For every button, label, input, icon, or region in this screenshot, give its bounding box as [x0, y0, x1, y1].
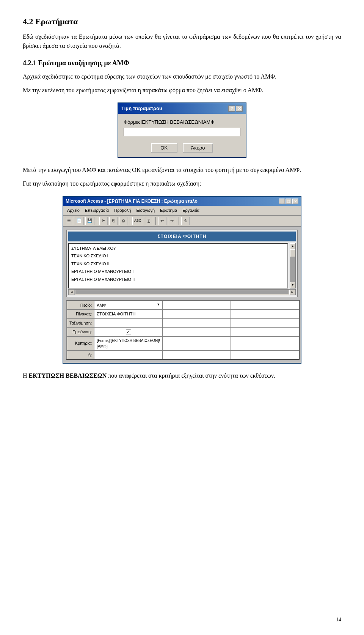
page-number: 14 [336, 616, 341, 624]
scroll-up-btn[interactable]: ▲ [290, 243, 295, 249]
menu-provoli[interactable]: Προβολή [112, 206, 133, 214]
access-body: ΣΤΟΙΧΕΙΑ ΦΟΙΤΗΤΗ ΣΥΣΤΗΜΑΤΑ ΕΛΕΓΧΟΥ ΤΕΧΝΙ… [63, 227, 301, 363]
menu-eisagogi[interactable]: Εισαγωγή [134, 206, 157, 214]
grid-cell-pedio-3[interactable] [231, 301, 299, 310]
dialog-ok-button[interactable]: ΟΚ [151, 143, 177, 153]
query-grid: Πεδίο: ΑΜΦ ▼ Πίνακας: ΣΤΟΙΧΕΙΑ ΦΟΙΤΗΤΗ Τ… [66, 300, 300, 360]
query-listbox[interactable]: ΣΥΣΤΗΜΑΤΑ ΕΛΕΓΧΟΥ ΤΕΧΝΙΚΟ ΣΧΕΔΙΟ Ι ΤΕΧΝΙ… [68, 243, 288, 288]
grid-header-emfanisi: Εμφάνιση: [67, 328, 94, 337]
dialog-titlebar-buttons: ? ✕ [228, 106, 243, 112]
final-paragraph: Η ΕΚΤΥΠΩΣΗ ΒΕΒΑΙΩΣΕΩΝ που αναφέρεται στα… [23, 371, 341, 380]
access-wrapper: Microsoft Access - [ΕΡΩΤΗΜΑ ΓΙΑ ΕΚΘΕΣΗ :… [23, 196, 341, 364]
dialog-input[interactable] [124, 128, 240, 136]
grid-header-pinakas: Πίνακας: [67, 310, 94, 319]
toolbar-btn-4[interactable]: ✂ [99, 217, 108, 225]
toolbar-sep-3 [155, 217, 156, 225]
section-heading: 4.2.1 Ερώτημα αναζήτησης με ΑΜΦ [23, 58, 341, 68]
query-section-title: ΣΤΟΙΧΕΙΑ ΦΟΙΤΗΤΗ [68, 232, 296, 241]
list-item[interactable]: ΕΡΓΑΣΤΗΡΙΟ ΜΗΧΑΝΟΥΡΓΕΙΟ Ι [70, 268, 287, 276]
scroll-down-btn[interactable]: ▼ [290, 282, 295, 288]
access-minimize-btn[interactable]: _ [279, 199, 285, 204]
dialog-buttons: ΟΚ Άκυρο [124, 143, 240, 153]
toolbar-btn-abc[interactable]: ABC [132, 217, 143, 225]
toolbar-btn-8[interactable]: ↩ [158, 217, 166, 225]
grid-cell-i[interactable] [94, 350, 163, 359]
toolbar-btn-5[interactable]: ⎘ [109, 217, 118, 225]
table-row: Κριτήρια: [Forms]![ΕΚΤΥΠΩΣΗ ΒΕΒΑΙΩΣΕΩΝ]!… [67, 336, 299, 350]
access-titlebar-btns: _ □ ✕ [279, 199, 298, 204]
main-heading: 4.2 Ερωτήματα [23, 15, 341, 28]
grid-cell-emfanisi-2[interactable] [163, 328, 231, 337]
grid-cell-pedio[interactable]: ΑΜΦ ▼ [94, 301, 163, 310]
access-close-btn[interactable]: ✕ [292, 199, 298, 204]
grid-cell-taxinomisi-2[interactable] [163, 318, 231, 328]
dialog-label: Φόρμες!ΕΚΤΥΠΩΣΗ ΒΕΒΑΙΩΣΕΩΝ!ΑΜΦ [124, 118, 240, 126]
grid-header-i: ή: [67, 350, 94, 359]
grid-cell-kriteria-2[interactable] [163, 336, 231, 350]
query-section: ΣΤΟΙΧΕΙΑ ΦΟΙΤΗΤΗ ΣΥΣΤΗΜΑΤΑ ΕΛΕΓΧΟΥ ΤΕΧΝΙ… [66, 230, 298, 297]
table-row: Πεδίο: ΑΜΦ ▼ [67, 301, 299, 310]
grid-cell-taxinomisi-3[interactable] [231, 318, 299, 328]
list-item[interactable]: ΤΕΧΝΙΚΟ ΣΧΕΔΙΟ ΙΙ [70, 260, 287, 268]
toolbar-sep-1 [97, 217, 97, 225]
hscroll-left-btn[interactable]: ◄ [69, 290, 75, 295]
toolbar-sep-4 [179, 217, 179, 225]
grid-cell-pinakas[interactable]: ΣΤΟΙΧΕΙΑ ΦΟΙΤΗΤΗ [94, 310, 163, 319]
toolbar-btn-7[interactable]: ∑ [145, 217, 153, 225]
menu-arxeio[interactable]: Αρχείο [65, 206, 82, 214]
toolbar-btn-10[interactable]: ⚠ [181, 217, 190, 225]
grid-cell-pinakas-2[interactable] [163, 310, 231, 319]
section-paragraph2: Με την εκτέλεση του ερωτήματος εμφανίζετ… [23, 86, 341, 95]
dialog-box: Τιμή παραμέτρου ? ✕ Φόρμες!ΕΚΤΥΠΩΣΗ ΒΕΒΑ… [118, 102, 246, 158]
list-item[interactable]: ΣΥΣΤΗΜΑΤΑ ΕΛΕΓΧΟΥ [70, 244, 287, 252]
table-row: Ταξινόμηση: [67, 318, 299, 328]
toolbar-btn-6[interactable]: ⎙ [119, 217, 127, 225]
toolbar-btn-2[interactable]: 📄 [75, 217, 84, 225]
toolbar-btn-1[interactable]: ☰ [65, 217, 73, 225]
final-text-part2: που αναφέρεται στα κριτήρια εξηγείται στ… [107, 372, 275, 379]
access-menubar: Αρχείο Επεξεργασία Προβολή Εισαγωγή Ερώτ… [63, 206, 301, 216]
access-toolbar: ☰ 📄 💾 ✂ ⎘ ⎙ ABC ∑ ↩ ↪ ⚠ [63, 216, 301, 227]
dialog-question-btn[interactable]: ? [228, 106, 235, 112]
scrollbar-thumb[interactable] [290, 249, 295, 257]
list-item[interactable]: ΤΕΧΝΙΚΟ ΣΧΕΔΙΟ Ι [70, 252, 287, 260]
menu-epexergasia[interactable]: Επεξεργασία [83, 206, 111, 214]
final-text-part1: Η [23, 372, 29, 379]
access-maximize-btn[interactable]: □ [286, 199, 292, 204]
hscroll-right-btn[interactable]: ► [289, 290, 295, 295]
listbox-scrollbar[interactable]: ▲ ▼ [290, 243, 296, 288]
listbox-wrapper: ΣΥΣΤΗΜΑΤΑ ΕΛΕΓΧΟΥ ΤΕΧΝΙΚΟ ΣΧΕΔΙΟ Ι ΤΕΧΝΙ… [68, 243, 296, 288]
menu-erotima[interactable]: Ερώτημα [158, 206, 179, 214]
grid-cell-kriteria[interactable]: [Forms]![ΕΚΤΥΠΩΣΗ ΒΕΒΑΙΩΣΕΩΝ]![ΑΜΦ] [94, 336, 163, 350]
section-paragraph1: Αρχικά σχεδιάστηκε το ερώτημα εύρεσης τω… [23, 72, 341, 81]
dropdown-icon[interactable]: ▼ [157, 302, 160, 307]
table-row: ή: [67, 350, 299, 359]
hscroll-track [75, 290, 289, 294]
toolbar-btn-9[interactable]: ↪ [168, 217, 176, 225]
checkbox-checked[interactable]: ✓ [126, 329, 131, 334]
grid-cell-pedio-value: ΑΜΦ [97, 303, 106, 307]
grid-cell-kriteria-3[interactable] [231, 336, 299, 350]
dialog-close-btn[interactable]: ✕ [236, 106, 243, 112]
dialog-title: Τιμή παραμέτρου [121, 105, 162, 112]
dialog-titlebar: Τιμή παραμέτρου ? ✕ [118, 103, 246, 114]
dialog-content: Φόρμες!ΕΚΤΥΠΩΣΗ ΒΕΒΑΙΩΣΕΩΝ!ΑΜΦ ΟΚ Άκυρο [118, 114, 246, 158]
grid-cell-taxinomisi[interactable] [94, 318, 163, 328]
bottom-scrollbar[interactable]: ◄ ► [68, 289, 296, 295]
grid-cell-i-2[interactable] [163, 350, 231, 359]
menu-ergaleia[interactable]: Εργαλεία [180, 206, 202, 214]
access-title: Microsoft Access - [ΕΡΩΤΗΜΑ ΓΙΑ ΕΚΘΕΣΗ :… [66, 198, 198, 205]
grid-cell-emfanisi[interactable]: ✓ [94, 328, 163, 337]
list-item[interactable]: ΕΡΓΑΣΤΗΡΙΟ ΜΗΧΑΝΟΥΡΓΕΙΟ ΙΙ [70, 276, 287, 284]
toolbar-btn-3[interactable]: 💾 [85, 217, 94, 225]
listbox-main: ΣΥΣΤΗΜΑΤΑ ΕΛΕΓΧΟΥ ΤΕΧΝΙΚΟ ΣΧΕΔΙΟ Ι ΤΕΧΝΙ… [68, 243, 288, 288]
grid-cell-i-3[interactable] [231, 350, 299, 359]
dialog-cancel-button[interactable]: Άκυρο [183, 143, 213, 153]
grid-cell-emfanisi-3[interactable] [231, 328, 299, 337]
grid-cell-pinakas-3[interactable] [231, 310, 299, 319]
final-text-bold: ΕΚΤΥΠΩΣΗ ΒΕΒΑΙΩΣΕΩΝ [29, 372, 107, 379]
table-row: Εμφάνιση: ✓ [67, 328, 299, 337]
grid-cell-pedio-2[interactable] [163, 301, 231, 310]
access-titlebar: Microsoft Access - [ΕΡΩΤΗΜΑ ΓΙΑ ΕΚΘΕΣΗ :… [63, 197, 301, 206]
grid-header-kriteria: Κριτήρια: [67, 336, 94, 350]
